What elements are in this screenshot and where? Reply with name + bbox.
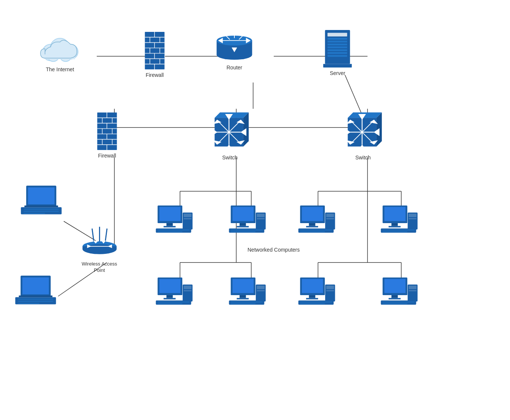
pc6-icon: [229, 278, 266, 308]
pc3-node: [298, 206, 336, 236]
pc2-node: [229, 206, 266, 236]
svg-rect-183: [409, 214, 417, 217]
svg-rect-71: [327, 55, 347, 57]
svg-rect-65: [327, 38, 347, 40]
svg-rect-171: [300, 231, 325, 232]
svg-rect-170: [300, 230, 332, 231]
svg-rect-133: [24, 206, 58, 207]
pc1-icon: [156, 206, 193, 236]
svg-rect-211: [300, 303, 325, 304]
wap-icon: [81, 225, 118, 259]
svg-rect-70: [327, 52, 347, 54]
svg-rect-139: [22, 278, 49, 294]
pc1-node: [156, 206, 193, 236]
network-diagram: The Internet Firewall: [0, 0, 510, 420]
firewall1-node: Firewall: [144, 32, 165, 78]
svg-rect-137: [24, 213, 45, 214]
svg-rect-157: [240, 223, 246, 226]
svg-rect-216: [384, 279, 405, 293]
svg-rect-186: [159, 279, 180, 293]
laptop2-node: [15, 276, 56, 308]
svg-rect-197: [240, 295, 246, 298]
wap-node: Wireless AccessPoint: [81, 225, 118, 274]
laptop1-icon: [21, 186, 62, 218]
svg-rect-190: [158, 302, 189, 303]
svg-rect-167: [309, 223, 315, 226]
svg-rect-206: [302, 279, 323, 293]
svg-rect-184: [409, 218, 417, 219]
laptop1-node: [21, 186, 62, 218]
svg-rect-218: [388, 298, 400, 300]
svg-rect-142: [18, 298, 53, 300]
pc4-icon: [381, 206, 418, 236]
svg-rect-181: [382, 231, 407, 232]
router-icon: [214, 28, 255, 62]
svg-rect-207: [309, 295, 315, 298]
svg-rect-203: [257, 286, 265, 289]
svg-rect-147: [166, 223, 173, 226]
pc5-node: [156, 278, 193, 308]
svg-rect-163: [257, 214, 265, 217]
svg-rect-140: [19, 296, 52, 297]
svg-rect-210: [300, 302, 332, 303]
pc3-icon: [298, 206, 336, 236]
svg-rect-220: [382, 302, 414, 303]
router-node: Router: [214, 28, 255, 71]
laptop2-icon: [15, 276, 56, 308]
pc7-node: [298, 278, 336, 308]
switch1-label: Switch: [222, 154, 237, 161]
svg-rect-158: [237, 226, 249, 228]
svg-rect-194: [184, 290, 192, 291]
svg-rect-160: [231, 230, 262, 231]
svg-rect-151: [158, 231, 182, 232]
pc8-icon: [381, 278, 418, 308]
svg-rect-174: [326, 218, 334, 219]
svg-rect-69: [327, 49, 347, 51]
svg-rect-217: [392, 295, 398, 298]
svg-rect-196: [232, 279, 254, 293]
firewall2-icon: [97, 112, 117, 150]
svg-rect-135: [24, 208, 59, 210]
svg-rect-187: [166, 295, 173, 298]
firewall2-node: Firewall: [97, 112, 117, 159]
svg-rect-153: [184, 214, 192, 217]
internet-label: The Internet: [46, 66, 74, 73]
svg-rect-136: [24, 211, 59, 212]
pc7-icon: [298, 278, 336, 308]
firewall2-label: Firewall: [98, 152, 116, 159]
svg-rect-168: [306, 226, 318, 228]
switch1-node: Switch: [209, 111, 250, 161]
svg-rect-193: [184, 286, 192, 289]
svg-rect-66: [327, 41, 347, 43]
firewall1-label: Firewall: [146, 72, 164, 78]
switch1-icon: [209, 111, 250, 152]
server-label: Server: [330, 70, 345, 76]
svg-rect-173: [326, 214, 334, 217]
pc2-icon: [229, 206, 266, 236]
svg-rect-188: [164, 298, 176, 300]
svg-rect-178: [388, 226, 400, 228]
pc4-node: [381, 206, 418, 236]
networked-computers-label: Networked Computers: [248, 247, 300, 253]
firewall1-icon: [144, 32, 165, 69]
svg-rect-148: [164, 226, 176, 228]
switch2-icon: [342, 111, 384, 152]
svg-rect-208: [306, 298, 318, 300]
svg-rect-180: [382, 230, 414, 231]
switch2-node: Switch: [342, 111, 384, 161]
svg-rect-72: [323, 64, 352, 68]
svg-rect-201: [231, 303, 255, 304]
pc6-node: [229, 278, 266, 308]
svg-rect-161: [231, 231, 255, 232]
svg-rect-150: [158, 230, 189, 231]
svg-rect-191: [158, 303, 182, 304]
svg-rect-146: [159, 207, 180, 221]
svg-rect-68: [327, 46, 347, 48]
svg-rect-144: [18, 303, 39, 304]
svg-rect-223: [409, 286, 417, 289]
server-node: Server: [322, 30, 352, 76]
svg-rect-164: [257, 218, 265, 219]
svg-rect-67: [327, 44, 347, 45]
svg-rect-200: [231, 302, 262, 303]
svg-rect-176: [384, 207, 405, 221]
